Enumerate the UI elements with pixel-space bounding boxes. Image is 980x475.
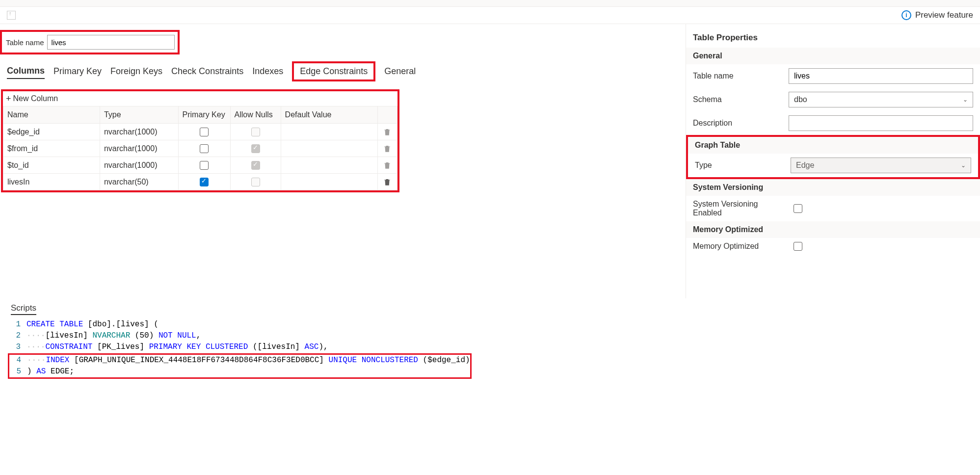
cell-nulls[interactable]: [230, 124, 281, 140]
cell-nulls[interactable]: [230, 174, 281, 190]
cell-actions: [377, 174, 397, 190]
tabs: Columns Primary Key Foreign Keys Check C…: [0, 54, 686, 84]
table-name-group: Table name: [0, 30, 180, 54]
nulls-checkbox[interactable]: [251, 161, 260, 170]
cell-actions: [377, 140, 397, 157]
prop-graph-type-select[interactable]: Edge ⌄: [791, 158, 971, 173]
prop-memopt: Memory Optimized: [686, 238, 980, 255]
tab-foreign-keys[interactable]: Foreign Keys: [110, 64, 162, 79]
prop-schema-select[interactable]: dbo ⌄: [789, 92, 973, 107]
graph-header: Graph Table: [688, 137, 978, 154]
cell-default[interactable]: [281, 124, 377, 140]
cell-pk[interactable]: [178, 140, 230, 157]
scripts-pane: Scripts 1CREATE TABLE [dbo].[lives] ( 2·…: [0, 298, 980, 384]
cell-type[interactable]: nvarchar(1000): [100, 124, 178, 140]
trash-icon[interactable]: [383, 128, 392, 136]
col-head-actions: [377, 106, 397, 124]
trash-icon[interactable]: [383, 178, 392, 186]
cell-name[interactable]: $from_id: [3, 140, 100, 157]
prop-graph-type-value: Edge: [796, 161, 814, 170]
col-head-pk[interactable]: Primary Key: [178, 106, 230, 124]
new-column-button[interactable]: + New Column: [3, 91, 397, 106]
general-header: General: [686, 48, 980, 64]
tab-indexes[interactable]: Indexes: [252, 64, 283, 79]
prop-schema: Schema dbo ⌄: [686, 88, 980, 111]
cell-type[interactable]: nvarchar(1000): [100, 157, 178, 174]
tab-columns[interactable]: Columns: [7, 64, 45, 79]
icon-bar: i Preview feature: [0, 7, 980, 24]
pk-checkbox[interactable]: [200, 161, 209, 170]
tab-edge-constraints-highlight: Edge Constraints: [292, 61, 375, 81]
table-name-input[interactable]: [47, 35, 175, 50]
pk-checkbox[interactable]: [200, 144, 209, 153]
prop-sysver: System Versioning Enabled: [686, 196, 980, 221]
prop-description-input[interactable]: [789, 115, 973, 131]
prop-table-name-label: Table name: [693, 72, 784, 80]
tab-general[interactable]: General: [384, 64, 416, 79]
new-column-label: New Column: [13, 94, 58, 103]
plus-icon: +: [6, 94, 11, 103]
prop-sysver-checkbox[interactable]: [794, 204, 802, 213]
cell-type[interactable]: nvarchar(50): [100, 174, 178, 190]
cell-default[interactable]: [281, 140, 377, 157]
cell-pk[interactable]: [178, 174, 230, 190]
scripts-code[interactable]: 1CREATE TABLE [dbo].[lives] ( 2····[live…: [11, 319, 969, 379]
prop-graph-type-label: Type: [695, 161, 786, 170]
top-bar: [0, 0, 980, 7]
cell-pk[interactable]: [178, 124, 230, 140]
scripts-title: Scripts: [11, 303, 36, 315]
nulls-checkbox[interactable]: [251, 178, 260, 186]
info-icon: i: [901, 10, 911, 20]
columns-body: $edge_idnvarchar(1000)$from_idnvarchar(1…: [3, 124, 397, 190]
graph-table-highlight: Graph Table Type Edge ⌄: [686, 135, 980, 179]
pk-checkbox[interactable]: [200, 128, 209, 136]
table-row[interactable]: livesInnvarchar(50): [3, 174, 397, 190]
prop-table-name: Table name: [686, 64, 980, 88]
left-pane: Table name Columns Primary Key Foreign K…: [0, 24, 686, 298]
chevron-down-icon: ⌄: [963, 96, 968, 103]
prop-sysver-label: System Versioning Enabled: [693, 200, 789, 217]
columns-panel: + New Column Name Type Primary Key Allow…: [1, 89, 399, 192]
memopt-header: Memory Optimized: [686, 221, 980, 238]
cell-default[interactable]: [281, 174, 377, 190]
cell-actions: [377, 157, 397, 174]
trash-icon[interactable]: [383, 161, 392, 170]
columns-table: Name Type Primary Key Allow Nulls Defaul…: [3, 106, 397, 190]
properties-pane: Table Properties General Table name Sche…: [686, 24, 980, 298]
cell-pk[interactable]: [178, 157, 230, 174]
table-row[interactable]: $from_idnvarchar(1000): [3, 140, 397, 157]
prop-description: Description: [686, 111, 980, 135]
nulls-checkbox[interactable]: [251, 128, 260, 136]
tab-primary-key[interactable]: Primary Key: [53, 64, 102, 79]
trash-icon[interactable]: [383, 144, 392, 153]
tab-edge-constraints[interactable]: Edge Constraints: [300, 66, 368, 76]
tab-check-constraints[interactable]: Check Constraints: [171, 64, 243, 79]
cell-actions: [377, 124, 397, 140]
table-row[interactable]: $to_idnvarchar(1000): [3, 157, 397, 174]
nulls-checkbox[interactable]: [251, 144, 260, 153]
prop-table-name-input[interactable]: [789, 68, 973, 84]
table-name-label: Table name: [5, 38, 44, 47]
chevron-down-icon: ⌄: [961, 162, 966, 169]
pk-checkbox[interactable]: [200, 178, 209, 186]
prop-schema-value: dbo: [794, 95, 807, 104]
col-head-name[interactable]: Name: [3, 106, 100, 124]
col-head-default[interactable]: Default Value: [281, 106, 377, 124]
cell-nulls[interactable]: [230, 140, 281, 157]
prop-memopt-checkbox[interactable]: [794, 242, 802, 251]
cell-default[interactable]: [281, 157, 377, 174]
open-icon[interactable]: [7, 11, 16, 20]
cell-nulls[interactable]: [230, 157, 281, 174]
prop-description-label: Description: [693, 119, 784, 128]
properties-title: Table Properties: [686, 30, 980, 48]
cell-type[interactable]: nvarchar(1000): [100, 140, 178, 157]
cell-name[interactable]: $to_id: [3, 157, 100, 174]
sysver-header: System Versioning: [686, 179, 980, 196]
cell-name[interactable]: $edge_id: [3, 124, 100, 140]
col-head-type[interactable]: Type: [100, 106, 178, 124]
cell-name[interactable]: livesIn: [3, 174, 100, 190]
preview-feature-link[interactable]: i Preview feature: [901, 10, 973, 20]
table-row[interactable]: $edge_idnvarchar(1000): [3, 124, 397, 140]
col-head-nulls[interactable]: Allow Nulls: [230, 106, 281, 124]
preview-label: Preview feature: [915, 10, 973, 20]
